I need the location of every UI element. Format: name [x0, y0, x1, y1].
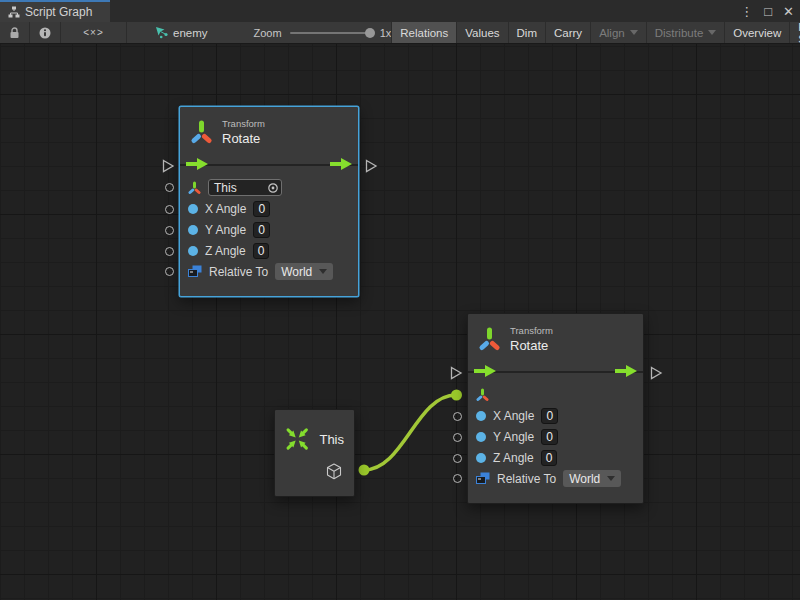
info-button[interactable] [30, 22, 61, 43]
relative-to-port[interactable] [453, 474, 462, 483]
rotate-node-1[interactable]: Transform Rotate This [179, 106, 359, 297]
flow-output-port[interactable] [650, 366, 663, 380]
z-angle-label: Z Angle [205, 244, 246, 258]
relative-to-value: World [281, 265, 312, 279]
rotate-node-2[interactable]: Transform Rotate [467, 313, 644, 504]
values-toggle[interactable]: Values [456, 22, 507, 43]
z-angle-input[interactable]: 0 [541, 450, 558, 466]
tab-script-graph[interactable]: Script Graph [0, 0, 110, 22]
code-preview-button[interactable]: <×> [61, 22, 127, 43]
float-port-icon [476, 411, 486, 421]
node-header: Transform Rotate [180, 107, 358, 153]
zoom-slider-handle[interactable] [365, 28, 375, 38]
float-port-icon [188, 246, 198, 256]
relations-toggle[interactable]: Relations [391, 22, 456, 43]
align-dropdown[interactable]: Align [590, 22, 646, 43]
y-angle-row: Y Angle 0 [468, 426, 643, 447]
align-label: Align [599, 27, 625, 39]
relative-to-dropdown[interactable]: World [563, 470, 621, 487]
graph-hierarchy-icon [8, 6, 20, 18]
window-controls: ⋮ □ ✕ [740, 0, 794, 22]
dim-toggle[interactable]: Dim [508, 22, 545, 43]
zoom-slider[interactable] [290, 32, 372, 34]
zoom-value: 1x [380, 27, 392, 39]
z-angle-row: Z Angle 0 [468, 447, 643, 468]
this-node[interactable]: This [274, 409, 355, 497]
values-label: Values [465, 27, 499, 39]
this-self-icon [285, 422, 309, 456]
transform-icon [190, 119, 212, 145]
flow-output-port[interactable] [365, 159, 378, 173]
y-angle-input[interactable]: 0 [253, 222, 270, 238]
transform-mini-icon [476, 388, 489, 402]
z-angle-input[interactable]: 0 [253, 243, 270, 259]
y-angle-label: Y Angle [493, 430, 534, 444]
node-header: Transform Rotate [468, 314, 643, 360]
fullscreen-button[interactable]: Full Screen [789, 22, 800, 43]
y-angle-row: Y Angle 0 [180, 219, 358, 240]
unity-script-graph-window: Script Graph ⋮ □ ✕ <×> [0, 0, 800, 600]
z-angle-label: Z Angle [493, 451, 534, 465]
carry-label: Carry [554, 27, 582, 39]
script-machine-icon [155, 26, 168, 39]
graph-name-label: enemy [173, 27, 208, 39]
y-angle-port[interactable] [165, 226, 174, 235]
relative-to-label: Relative To [497, 472, 556, 486]
flow-in-arrow-icon [473, 364, 497, 378]
z-angle-port[interactable] [165, 247, 174, 256]
relations-label: Relations [400, 27, 448, 39]
window-menu-button[interactable]: ⋮ [740, 5, 753, 18]
x-angle-label: X Angle [205, 202, 246, 216]
relative-to-dropdown[interactable]: World [275, 263, 333, 280]
code-icon: <×> [83, 27, 104, 38]
flow-input-port[interactable] [450, 366, 463, 380]
relative-to-row: Relative To World [180, 261, 358, 282]
x-angle-row: X Angle 0 [180, 198, 358, 219]
x-angle-input[interactable]: 0 [541, 408, 558, 424]
this-output-port-connected[interactable] [359, 465, 370, 476]
z-angle-port[interactable] [453, 454, 462, 463]
relative-to-port[interactable] [165, 267, 174, 276]
float-port-icon [476, 432, 486, 442]
y-angle-port[interactable] [453, 433, 462, 442]
object-picker-icon[interactable] [267, 182, 279, 194]
y-angle-input[interactable]: 0 [541, 429, 558, 445]
transform-icon [478, 326, 500, 352]
flow-in-arrow-icon [185, 157, 209, 171]
flow-input-port[interactable] [162, 159, 175, 173]
overview-button[interactable]: Overview [724, 22, 789, 43]
wire-layer [0, 44, 800, 600]
tab-label: Script Graph [25, 5, 92, 19]
carry-toggle[interactable]: Carry [545, 22, 590, 43]
info-icon [39, 27, 51, 39]
graph-breadcrumb[interactable]: enemy [145, 22, 218, 43]
target-port[interactable] [165, 183, 174, 192]
distribute-dropdown[interactable]: Distribute [646, 22, 725, 43]
x-angle-port[interactable] [165, 205, 174, 214]
flow-row [180, 153, 358, 177]
gameobject-cube-icon [326, 463, 342, 480]
graph-toolbar: <×> enemy Zoom 1x Relations Values Dim C… [0, 22, 800, 44]
graph-canvas[interactable]: Transform Rotate This [0, 44, 800, 600]
rotate2-target-port-connected[interactable] [451, 390, 462, 401]
connection-wire[interactable] [364, 395, 456, 470]
lock-button[interactable] [0, 22, 30, 43]
window-maximize-button[interactable]: □ [764, 5, 772, 18]
target-value: This [214, 181, 237, 195]
overview-label: Overview [733, 27, 781, 39]
flow-row [468, 360, 643, 384]
x-angle-input[interactable]: 0 [253, 201, 270, 217]
flow-out-arrow-icon [614, 364, 638, 378]
float-port-icon [188, 225, 198, 235]
x-angle-port[interactable] [453, 412, 462, 421]
chevron-down-icon [319, 269, 327, 274]
gameobject-port-row [326, 463, 342, 484]
relative-to-label: Relative To [209, 265, 268, 279]
target-input[interactable]: This [208, 179, 282, 196]
target-row: This [180, 177, 358, 198]
relative-to-value: World [569, 472, 600, 486]
window-close-button[interactable]: ✕ [783, 5, 794, 18]
z-angle-row: Z Angle 0 [180, 240, 358, 261]
target-row [468, 384, 643, 405]
dim-label: Dim [517, 27, 537, 39]
